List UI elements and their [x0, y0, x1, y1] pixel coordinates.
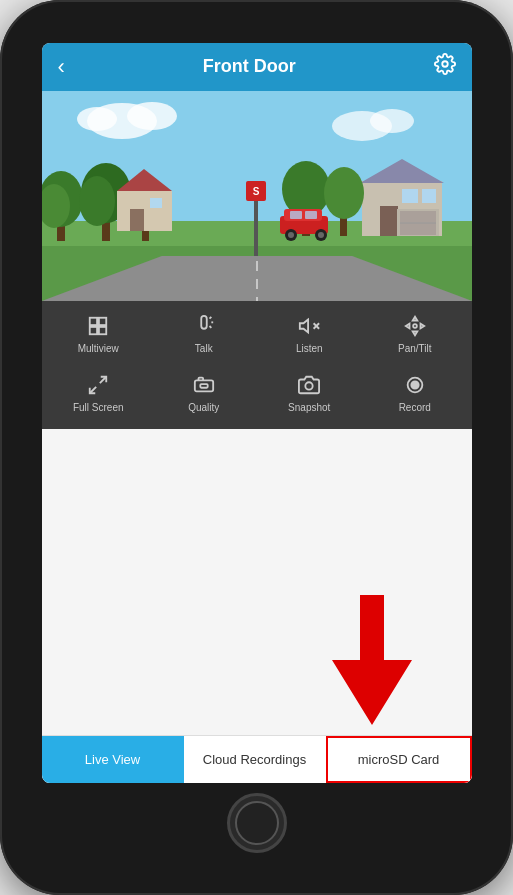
- svg-rect-27: [402, 189, 418, 203]
- svg-point-39: [288, 232, 294, 238]
- svg-rect-48: [99, 317, 106, 324]
- snapshot-icon: [298, 374, 320, 399]
- svg-text:S: S: [252, 186, 259, 197]
- content-area: [42, 429, 472, 735]
- svg-point-41: [318, 232, 324, 238]
- record-icon: [404, 374, 426, 399]
- quality-button[interactable]: Quality: [178, 374, 230, 413]
- settings-icon[interactable]: [434, 53, 456, 80]
- svg-rect-43: [305, 211, 317, 219]
- talk-icon: [193, 315, 215, 340]
- tab-bar: Live View Cloud Recordings microSD Card: [42, 735, 472, 783]
- svg-marker-66: [332, 595, 412, 725]
- svg-point-0: [442, 61, 448, 67]
- pan-tilt-icon: [404, 315, 426, 340]
- snapshot-label: Snapshot: [288, 402, 330, 413]
- svg-marker-54: [300, 319, 308, 332]
- phone-screen: ‹ Front Door: [42, 43, 472, 783]
- svg-line-59: [90, 386, 96, 392]
- svg-rect-26: [380, 206, 398, 236]
- svg-line-58: [100, 376, 106, 382]
- back-button[interactable]: ‹: [58, 54, 65, 80]
- svg-rect-62: [200, 384, 207, 388]
- talk-button[interactable]: Talk: [178, 315, 230, 354]
- svg-rect-28: [422, 189, 436, 203]
- fullscreen-label: Full Screen: [73, 402, 124, 413]
- svg-rect-22: [130, 209, 144, 231]
- svg-point-35: [324, 167, 364, 219]
- multiview-button[interactable]: Multiview: [72, 315, 124, 354]
- header-bar: ‹ Front Door: [42, 43, 472, 91]
- svg-rect-60: [195, 380, 213, 391]
- tab-microsd-card[interactable]: microSD Card: [326, 736, 472, 783]
- record-label: Record: [399, 402, 431, 413]
- controls-bar-row2: Full Screen Quality: [42, 368, 472, 429]
- svg-rect-42: [290, 211, 302, 219]
- listen-label: Listen: [296, 343, 323, 354]
- fullscreen-button[interactable]: Full Screen: [72, 374, 124, 413]
- svg-point-4: [77, 107, 117, 131]
- camera-view: S: [42, 91, 472, 301]
- phone-device: ‹ Front Door: [0, 0, 513, 895]
- svg-rect-49: [90, 326, 97, 333]
- svg-rect-50: [99, 326, 106, 333]
- record-button[interactable]: Record: [389, 374, 441, 413]
- svg-point-3: [127, 102, 177, 130]
- talk-label: Talk: [195, 343, 213, 354]
- home-button-inner: [235, 801, 279, 845]
- home-button[interactable]: [227, 793, 287, 853]
- tab-live-view[interactable]: Live View: [42, 736, 184, 783]
- svg-rect-23: [150, 198, 162, 208]
- svg-point-65: [411, 381, 418, 388]
- quality-icon: [193, 374, 215, 399]
- quality-label: Quality: [188, 402, 219, 413]
- listen-icon: [298, 315, 320, 340]
- pan-tilt-button[interactable]: Pan/Tilt: [389, 315, 441, 354]
- svg-line-53: [209, 326, 211, 328]
- page-title: Front Door: [203, 56, 296, 77]
- svg-point-17: [79, 176, 115, 226]
- svg-point-63: [306, 382, 313, 389]
- pan-tilt-label: Pan/Tilt: [398, 343, 432, 354]
- listen-button[interactable]: Listen: [283, 315, 335, 354]
- red-arrow: [322, 595, 422, 725]
- svg-point-33: [282, 161, 330, 217]
- svg-rect-20: [117, 191, 172, 231]
- svg-rect-47: [90, 317, 97, 324]
- controls-bar: Multiview Talk: [42, 301, 472, 368]
- multiview-icon: [87, 315, 109, 340]
- multiview-label: Multiview: [78, 343, 119, 354]
- svg-point-6: [370, 109, 414, 133]
- svg-line-51: [209, 316, 211, 318]
- snapshot-button[interactable]: Snapshot: [283, 374, 335, 413]
- fullscreen-icon: [87, 374, 109, 399]
- tab-cloud-recordings[interactable]: Cloud Recordings: [184, 736, 326, 783]
- svg-point-57: [413, 324, 417, 328]
